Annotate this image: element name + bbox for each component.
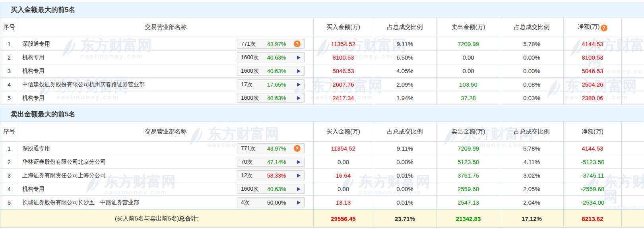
trade-count-badge[interactable]: 771次 43.97% ?: [237, 143, 305, 153]
buy-amount: 0.00: [314, 182, 373, 196]
column-header-text: 买入金额(万): [326, 23, 360, 30]
column-header-text: 卖出金额(万): [452, 23, 485, 30]
net-amount: 2380.06: [564, 91, 622, 105]
sell-amount: 2559.68: [437, 182, 500, 196]
sell-amount: 0.00: [437, 51, 500, 64]
row-number: 3: [0, 169, 18, 182]
expand-arrow-icon[interactable]: [297, 160, 301, 164]
trade-win-percent: 40.63%: [267, 54, 286, 61]
trade-count: 1600次: [241, 54, 267, 61]
expand-arrow-icon[interactable]: [297, 83, 301, 87]
table-row: 2 华林证券股份有限公司北京分公司 70次 47.14% 0.00 0.00% …: [0, 155, 644, 169]
expand-arrow-icon[interactable]: [297, 201, 301, 205]
table-row: 3 上海证券有限责任公司上海分公司 12次 58.33% 16.64 0.01%…: [0, 169, 644, 182]
section-title-text: 买入金额最大的前5名: [11, 5, 75, 14]
table-row: 4 中信建投证券股份有限公司杭州庆春路证券营业部 17次 17.65% 2607…: [0, 78, 644, 91]
row-number: 1: [0, 37, 18, 51]
expand-arrow-icon[interactable]: [297, 174, 301, 178]
department-name: 机构专用: [22, 95, 45, 102]
column-header: 序号: [0, 122, 18, 142]
row-number: 3: [0, 64, 18, 78]
section-title-text: 卖出金额最大的前5名: [11, 110, 75, 119]
table-row: 1 深股通专用 771次 43.97% ? 11354.52 9.11% 720…: [0, 37, 644, 51]
row-number: 2: [0, 51, 18, 64]
expand-arrow-icon[interactable]: [297, 56, 301, 60]
buy-amount: 2607.76: [314, 78, 373, 91]
totals-row: (买入前5名与卖出前5名)总合计: 29556.45 23.71% 21342.…: [0, 210, 644, 228]
sell-ratio: 2.04%: [500, 196, 564, 209]
empty-cell: [622, 196, 644, 209]
net-amount: -2534.00: [564, 196, 622, 209]
sell-amount: 7209.99: [437, 37, 500, 51]
trade-count: 771次: [241, 41, 267, 48]
buy-amount: 2417.34: [314, 91, 373, 105]
totals-label-normal: (买入前5名与卖出前5名): [115, 215, 179, 222]
empty-cell: [622, 155, 644, 169]
empty-cell: [622, 169, 644, 182]
trade-count: 1600次: [241, 95, 267, 102]
net-amount: 2504.26: [564, 78, 622, 91]
table-row: 2 机构专用 1600次 40.63% 8100.53 6.50% 0.00 0…: [0, 51, 644, 64]
trade-count-badge[interactable]: 1600次 40.63%: [237, 93, 305, 103]
trade-count-badge[interactable]: 771次 43.97% ?: [237, 39, 305, 49]
buy-ratio: 0.00%: [373, 182, 437, 196]
sell-top5-table: 序号交易营业部名称买入金额(万)占总成交比例卖出金额(万)占总成交比例净额(万)…: [0, 122, 644, 209]
column-header-text: 净额(万): [582, 128, 603, 135]
table-row: 4 机构专用 1600次 40.63% 0.00 0.00% 2559.68 2…: [0, 182, 644, 196]
trade-count-badge[interactable]: 1600次 40.63%: [237, 52, 305, 62]
trade-count: 12次: [241, 172, 267, 179]
trade-win-percent: 50.00%: [267, 199, 286, 206]
help-icon[interactable]: ?: [601, 25, 607, 31]
net-amount: 8100.53: [564, 51, 622, 64]
sell-amount: 5123.50: [437, 155, 500, 169]
sell-ratio: 5.78%: [500, 37, 564, 51]
buy-amount: 11354.52: [314, 142, 373, 155]
column-header-text: 占总成交比例: [514, 23, 550, 30]
expand-arrow-icon[interactable]: [297, 96, 301, 100]
column-header-text: 交易营业部名称: [145, 128, 187, 135]
trade-count-badge[interactable]: 17次 17.65%: [237, 79, 305, 89]
row-number: 4: [0, 182, 18, 196]
sell-amount: 0.00: [437, 64, 500, 78]
buy-top5-table: 序号交易营业部名称买入金额(万)占总成交比例卖出金额(万)占总成交比例净额(万)…: [0, 17, 644, 105]
buy-ratio: 6.50%: [373, 51, 437, 64]
column-header: 占总成交比例: [373, 17, 437, 37]
trade-count: 17次: [241, 81, 267, 88]
trade-count-badge[interactable]: 1600次 40.63%: [237, 66, 305, 76]
department-name: 上海证券有限责任公司上海分公司: [22, 172, 106, 179]
totals-sell-amount: 21342.83: [437, 210, 500, 228]
trade-count-badge[interactable]: 70次 47.14%: [237, 157, 305, 167]
sell-amount: 103.50: [437, 78, 500, 91]
totals-buy-amount: 29556.45: [314, 210, 373, 228]
help-icon[interactable]: ?: [294, 41, 301, 47]
column-header: 交易营业部名称: [18, 17, 314, 37]
expand-arrow-icon[interactable]: [297, 69, 301, 73]
buy-ratio: 9.11%: [373, 37, 437, 51]
column-header: 买入金额(万): [314, 17, 373, 37]
trade-count-badge[interactable]: 1600次 40.63%: [237, 184, 305, 194]
buy-ratio: 2.09%: [373, 78, 437, 91]
buy-ratio: 1.94%: [373, 91, 437, 105]
expand-arrow-icon[interactable]: [297, 187, 301, 191]
column-header: 占总成交比例: [500, 17, 564, 37]
department-name: 中信建投证券股份有限公司杭州庆春路证券营业部: [22, 81, 145, 88]
column-header: 卖出金额(万): [437, 17, 500, 37]
buy-ratio: 4.05%: [373, 64, 437, 78]
table-row: 5 长城证券股份有限公司长沙五一中路证券营业部 4次 50.00% 13.13 …: [0, 196, 644, 209]
totals-table: (买入前5名与卖出前5名)总合计: 29556.45 23.71% 21342.…: [0, 209, 644, 228]
row-number: 4: [0, 78, 18, 91]
trade-count: 70次: [241, 159, 267, 166]
sell-ratio: 0.08%: [500, 78, 564, 91]
department-name: 机构专用: [22, 68, 45, 75]
sell-ratio: 0.00%: [500, 51, 564, 64]
help-icon[interactable]: ?: [294, 145, 301, 152]
buy-amount: 8100.53: [314, 51, 373, 64]
buy-ratio: 0.00%: [373, 155, 437, 169]
totals-net-amount: 8213.62: [564, 210, 622, 228]
sell-amount: 3761.75: [437, 169, 500, 182]
trade-count-badge[interactable]: 12次 58.33%: [237, 170, 305, 180]
totals-sell-ratio: 17.12%: [500, 210, 564, 228]
table-header-row: 序号交易营业部名称买入金额(万)占总成交比例卖出金额(万)占总成交比例净额(万)…: [0, 17, 644, 37]
sell-ratio: 4.11%: [500, 155, 564, 169]
trade-count-badge[interactable]: 4次 50.00%: [237, 197, 305, 207]
